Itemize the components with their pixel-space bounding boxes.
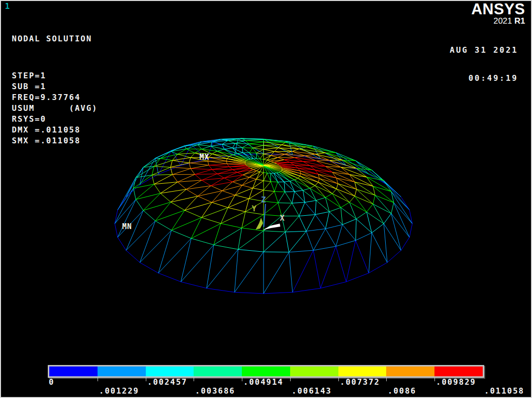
legend-value-label: .0086 [388,386,416,396]
legend-segment-3 [194,366,242,376]
min-node-marker: MN [122,222,132,231]
legend-value-label: .006143 [292,386,332,396]
legend-value-label: 0 [49,377,55,387]
legend-tick [386,378,387,381]
legend-color-bar [48,365,484,378]
datetime-block: AUG 31 2021 00:49:19 [450,27,518,101]
solution-line: USUM (AVG) [12,103,98,114]
solution-line: SMX =.011058 [12,135,98,146]
legend-segment-2 [146,366,194,376]
release-line: 2021 R1 [471,17,525,26]
legend-value-label: .002457 [147,377,187,387]
solution-line: RSYS=0 [12,114,98,125]
solution-lines: STEP=1SUB =1FREQ=9.37764USUM (AVG)RSYS=0… [12,70,98,146]
legend-value-label: .004914 [243,377,283,387]
legend-tick [338,378,339,381]
solution-line: FREQ=9.37764 [12,92,98,103]
date-text: AUG 31 2021 [450,45,518,55]
legend-value-label: .007372 [340,377,380,387]
legend-segment-4 [242,366,290,376]
legend-segment-5 [290,366,338,376]
solution-title: NODAL SOLUTION [12,33,98,44]
triad-y-arrow [256,218,263,230]
solution-line: DMX =.011058 [12,125,98,135]
legend-tick [434,378,435,381]
triad-z-label: Z [261,195,266,204]
ansys-logo-block: ANSYS 2021 R1 [471,2,525,26]
solution-line: STEP=1 [12,70,98,81]
triad-z-axis [264,204,266,227]
legend-tick [194,378,194,381]
legend-tick [98,378,98,381]
legend-segment-7 [386,366,434,376]
solution-line: SUB =1 [12,81,98,92]
legend-tick [242,378,242,381]
legend-value-label: .011058 [484,386,524,396]
legend-segment-6 [338,366,387,376]
legend-tick [290,378,291,381]
release-tag: R1 [514,16,525,26]
legend-value-label: .001229 [99,386,139,396]
time-text: 00:49:19 [450,73,518,83]
legend-value-label: .009829 [436,377,476,387]
triad-x-label: X [280,213,285,223]
max-node-marker: MX [200,153,209,162]
ansys-graphics-window: 1 NODAL SOLUTION STEP=1SUB =1FREQ=9.3776… [0,0,532,398]
legend-segment-1 [98,366,146,376]
plot-number: 1 [5,1,11,11]
ansys-logo: ANSYS [471,2,525,17]
legend-value-label: .003686 [195,386,235,396]
triad-y-label: Y [252,204,257,213]
solution-info-block: NODAL SOLUTION STEP=1SUB =1FREQ=9.37764U… [12,12,98,168]
release-year: 2021 [494,16,512,26]
legend-segment-0 [49,366,98,376]
legend-tick [146,378,146,381]
legend-segment-8 [434,366,483,376]
